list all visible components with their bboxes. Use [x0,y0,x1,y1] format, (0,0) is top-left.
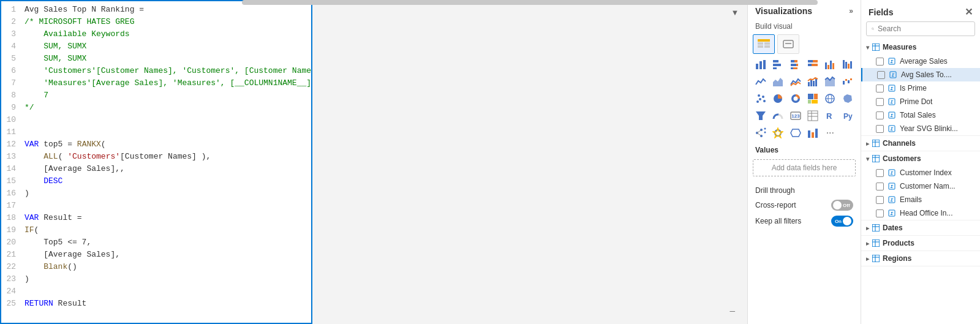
field-item-is-prime[interactable]: ΣIs Prime [861,81,980,95]
fields-search-box[interactable] [866,21,975,36]
svg-point-43 [762,96,764,98]
field-item-avg-sales-to-[interactable]: ΣAvg Sales To.... [861,68,980,81]
svg-rect-116 [872,255,880,262]
cross-report-toggle[interactable]: Off [831,200,853,211]
viz-icon-stacked-bar[interactable] [788,56,804,72]
field-item-head-office-in-[interactable]: ΣHead Office In... [861,206,980,220]
viz-icon-treemap[interactable] [805,91,821,107]
field-checkbox[interactable] [876,98,884,106]
code-line-24[interactable] [24,285,306,298]
field-checkbox[interactable] [876,196,884,204]
viz-icon-clustered[interactable] [822,56,838,72]
code-line-9[interactable]: */ [24,102,306,114]
viz-icon-donut[interactable] [788,91,804,107]
svg-rect-17 [791,67,793,69]
viz-icon-shape-map[interactable] [788,125,804,141]
code-line-3[interactable]: Available Keywords [24,28,306,40]
field-checkbox[interactable] [876,111,884,119]
field-name-text: Average Sales [900,57,975,66]
code-line-19[interactable]: IF( [24,224,306,236]
code-line-16[interactable]: ) [24,187,306,200]
field-item-emails[interactable]: ΣEmails [861,193,980,206]
field-checkbox[interactable] [877,71,885,79]
viz-icon-r-visual[interactable]: R [822,108,838,124]
viz-icon-line[interactable] [753,73,769,89]
viz-icon-table-visual[interactable] [805,108,821,124]
collapse-button[interactable]: ▼ [729,6,741,18]
viz-icon-key-influencers[interactable] [770,125,786,141]
viz-icon-combo[interactable] [805,73,821,89]
field-checkbox[interactable] [876,58,884,66]
viz-icon-waterfall[interactable] [840,73,856,89]
viz-icon-line-cluster[interactable] [788,73,804,89]
search-input[interactable] [878,24,970,33]
code-lines[interactable]: Avg Sales Top N Ranking =/* MICROSOFT HA… [20,4,311,320]
code-line-11[interactable] [24,126,306,138]
code-line-22[interactable]: Blank() [24,261,306,273]
field-group-header-4[interactable]: ▸ Products [861,236,980,251]
viz-icon-filled-map[interactable] [840,91,856,107]
fields-close-button[interactable]: ✕ [965,6,973,18]
field-item-year-svg-blinki-[interactable]: ΣYear SVG Blinki... [861,122,980,135]
field-checkbox[interactable] [876,169,884,177]
viz-tab-card[interactable] [777,34,799,54]
field-item-prime-dot[interactable]: ΣPrime Dot [861,95,980,108]
field-checkbox[interactable] [876,85,884,92]
field-checkbox[interactable] [876,209,884,217]
field-group-header-5[interactable]: ▸ Regions [861,251,980,266]
code-line-25[interactable]: RETURN Result [24,298,306,310]
svg-point-45 [758,94,760,97]
viz-icon-pie[interactable] [770,91,786,107]
code-line-8[interactable]: 7 [24,89,306,102]
field-group-header-2[interactable]: ▾ Customers [861,151,980,166]
field-item-customer-nam-[interactable]: ΣCustomer Nam... [861,179,980,193]
code-content[interactable]: 1234567891011121314151617181920212223242… [1,1,311,323]
add-data-fields-area[interactable]: Add data fields here [753,159,856,176]
field-item-customer-index[interactable]: ΣCustomer Index [861,166,980,179]
code-line-20[interactable]: Top5 <= 7, [24,236,306,249]
code-line-12[interactable]: VAR top5 = RANKX( [24,138,306,151]
viz-icon-decomp-tree[interactable] [753,125,769,141]
viz-icon-kpi[interactable] [805,125,821,141]
viz-icon-column-chart[interactable] [770,56,786,72]
field-checkbox[interactable] [876,183,884,190]
viz-icon-card[interactable]: 123 [788,108,804,124]
code-line-1[interactable]: Avg Sales Top N Ranking = [24,4,306,16]
code-line-13[interactable]: ALL( 'Customers'[Customer Names] ), [24,151,306,163]
viz-icon-python-visual[interactable]: Py [840,108,856,124]
code-line-15[interactable]: DESC [24,175,306,187]
code-line-6[interactable]: 'Customers'[Customer Names], 'Customers'… [24,65,306,77]
viz-icon-funnel[interactable] [753,108,769,124]
field-group-header-3[interactable]: ▸ Dates [861,220,980,235]
viz-icon-more1[interactable] [840,56,856,72]
code-line-17[interactable] [24,200,306,212]
field-item-average-sales[interactable]: ΣAverage Sales [861,55,980,68]
code-line-21[interactable]: [Average Sales], [24,249,306,261]
viz-icon-more2[interactable]: ··· [822,125,838,141]
viz-icon-ribbon[interactable] [822,73,838,89]
code-line-4[interactable]: SUM, SUMX [24,40,306,53]
viz-icon-bar-chart[interactable] [753,56,769,72]
viz-tab-table[interactable] [753,34,775,54]
keep-all-filters-toggle[interactable]: On [831,216,853,227]
code-line-7[interactable]: 'Measures'[Average Sales], 'Measures', [… [24,77,306,89]
viz-icon-100pct-bar[interactable] [805,56,821,72]
code-line-10[interactable] [24,114,306,126]
code-line-14[interactable]: [Average Sales],, [24,163,306,175]
code-line-2[interactable]: /* MICROSOFT HATES GREG [24,16,306,28]
field-group-header-0[interactable]: ▾ Measures [861,40,980,55]
viz-icon-map[interactable] [822,91,838,107]
code-editor[interactable]: 1234567891011121314151617181920212223242… [0,0,312,324]
expand-button[interactable]: » [849,7,853,15]
viz-icon-scatter[interactable] [753,91,769,107]
field-item-total-sales[interactable]: ΣTotal Sales [861,108,980,122]
field-group-header-1[interactable]: ▸ Channels [861,136,980,151]
svg-rect-29 [848,64,850,69]
field-checkbox[interactable] [876,125,884,133]
code-line-23[interactable]: ) [24,273,306,285]
viz-icon-gauge[interactable] [770,108,786,124]
code-line-5[interactable]: SUM, SUMX [24,53,306,65]
code-line-18[interactable]: VAR Result = [24,212,306,224]
viz-icon-area[interactable] [770,73,786,89]
horizontal-scrollbar[interactable] [242,0,818,5]
